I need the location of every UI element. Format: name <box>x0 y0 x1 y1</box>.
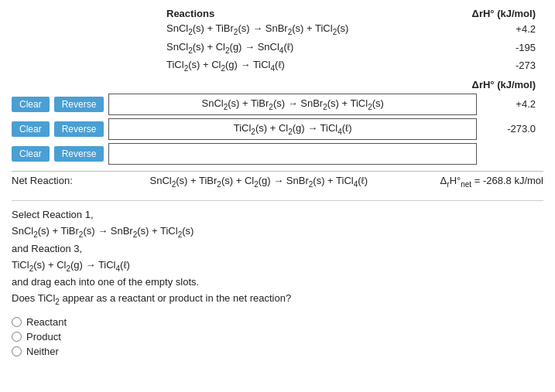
top-section: Reactions ΔrH° (kJ/mol) SnCl2(s) + TiBr2… <box>12 8 543 194</box>
instruction-line-2: SnCl2(s) + TiBr2(s) → SnBr2(s) + TiCl2(s… <box>12 223 543 241</box>
reverse-button-1[interactable]: Reverse <box>54 97 104 112</box>
list-item: SnCl2(s) + TiBr2(s) → SnBr2(s) + TiCl2(s… <box>166 22 536 36</box>
ref-reaction-1-eq: SnCl2(s) + TiBr2(s) → SnBr2(s) + TiCl2(s… <box>166 22 348 36</box>
list-item: TiCl2(s) + Cl2(g) → TiCl4(ℓ) -273 <box>166 59 536 73</box>
net-reaction-equation: SnCl2(s) + TiBr2(s) + Cl2(g) → SnBr2(s) … <box>85 175 433 189</box>
radio-label-neither: Neither <box>26 346 59 357</box>
reverse-button-3[interactable]: Reverse <box>54 146 104 162</box>
clear-button-2[interactable]: Clear <box>12 121 50 137</box>
radio-label-reactant: Reactant <box>26 316 67 328</box>
slot-row-3: Clear Reverse <box>12 143 543 165</box>
second-delta-header-row: ΔrH° (kJ/mol) <box>12 79 543 90</box>
list-item: SnCl2(s) + Cl2(g) → SnCl4(ℓ) -195 <box>166 41 536 55</box>
net-reaction-label: Net Reaction: <box>12 175 77 186</box>
slot-box-2[interactable]: TiCl2(s) + Cl2(g) → TiCl4(ℓ) <box>108 118 477 140</box>
instruction-line-1: Select Reaction 1, <box>12 207 543 223</box>
clear-button-1[interactable]: Clear <box>12 97 50 112</box>
reactions-header-row: Reactions ΔrH° (kJ/mol) <box>12 8 543 19</box>
slot-row-2: Clear Reverse TiCl2(s) + Cl2(g) → TiCl4(… <box>12 118 543 140</box>
radio-input-neither[interactable] <box>12 346 22 356</box>
ref-reaction-2-dh: -195 <box>474 42 536 53</box>
reference-reactions-list: SnCl2(s) + TiBr2(s) → SnBr2(s) + TiCl2(s… <box>12 22 543 73</box>
radio-input-product[interactable] <box>12 332 22 342</box>
slot-box-3[interactable] <box>108 143 477 165</box>
ref-reaction-3-dh: -273 <box>474 60 536 71</box>
slot-2-equation: TiCl2(s) + Cl2(g) → TiCl4(ℓ) <box>234 122 352 136</box>
ref-reaction-2-eq: SnCl2(s) + Cl2(g) → SnCl4(ℓ) <box>166 41 293 55</box>
slot-row-1: Clear Reverse SnCl2(s) + TiBr2(s) → SnBr… <box>12 94 543 115</box>
second-delta-header: ΔrH° (kJ/mol) <box>472 79 536 90</box>
ref-reaction-1-dh: +4.2 <box>474 23 536 35</box>
net-reaction-delta: ΔrH°net = -268.8 kJ/mol <box>440 175 543 189</box>
slot-1-delta: +4.2 <box>481 98 543 110</box>
slot-2-delta: -273.0 <box>481 123 543 135</box>
slot-rows: Clear Reverse SnCl2(s) + TiBr2(s) → SnBr… <box>12 94 543 165</box>
instruction-line-3: and Reaction 3, <box>12 241 543 257</box>
ref-reaction-3-eq: TiCl2(s) + Cl2(g) → TiCl4(ℓ) <box>166 59 285 73</box>
slot-1-equation: SnCl2(s) + TiBr2(s) → SnBr2(s) + TiCl2(s… <box>202 97 384 111</box>
reverse-button-2[interactable]: Reverse <box>54 121 104 137</box>
radio-group: Reactant Product Neither <box>12 316 543 357</box>
radio-reactant[interactable]: Reactant <box>12 316 543 328</box>
radio-label-product: Product <box>26 331 61 343</box>
instruction-question: Does TiCl2 appear as a reactant or produ… <box>12 291 543 308</box>
radio-product[interactable]: Product <box>12 331 543 343</box>
instruction-line-5: and drag each into one of the empty slot… <box>12 274 543 291</box>
slot-box-1[interactable]: SnCl2(s) + TiBr2(s) → SnBr2(s) + TiCl2(s… <box>108 94 477 115</box>
instruction-line-4: TiCl2(s) + Cl2(g) → TiCl4(ℓ) <box>12 257 543 275</box>
net-reaction-row: Net Reaction: SnCl2(s) + TiBr2(s) + Cl2(… <box>12 171 543 189</box>
section-divider <box>12 200 543 201</box>
radio-neither[interactable]: Neither <box>12 346 543 357</box>
radio-input-reactant[interactable] <box>12 317 22 327</box>
delta-h-col-header: ΔrH° (kJ/mol) <box>472 8 536 19</box>
instructions-section: Select Reaction 1, SnCl2(s) + TiBr2(s) →… <box>12 207 543 308</box>
reactions-col-header: Reactions <box>166 8 214 19</box>
clear-button-3[interactable]: Clear <box>12 146 50 162</box>
